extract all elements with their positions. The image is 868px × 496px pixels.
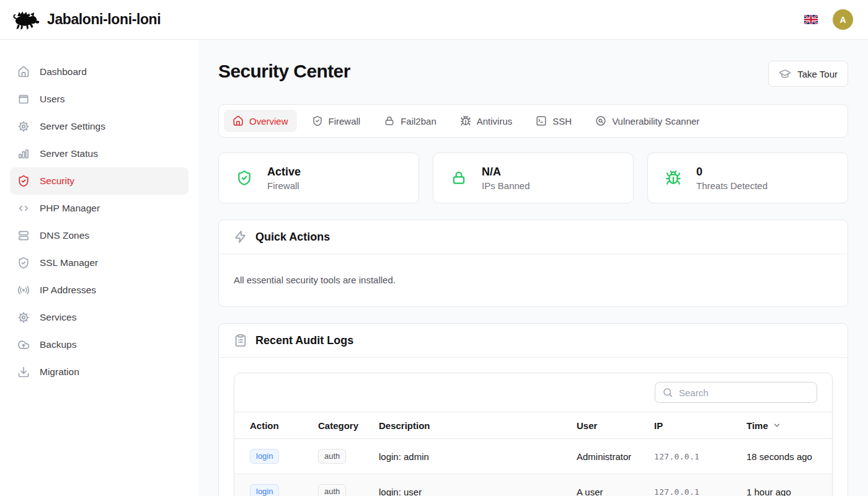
cell-description: login: user <box>379 487 577 496</box>
uk-flag-icon[interactable] <box>804 15 818 24</box>
users-drawer-icon <box>17 93 30 105</box>
tab-overview[interactable]: Overview <box>224 110 297 132</box>
audit-logs-panel: Recent Audit Logs Action Category Descri… <box>218 323 848 496</box>
search-box <box>655 382 817 403</box>
sidebar-item-label: Security <box>40 175 74 187</box>
top-bar: Jabaloni-loni-loni A <box>0 0 868 40</box>
boar-logo-icon <box>10 9 40 30</box>
sidebar: Dashboard Users Server Settings Server S… <box>0 40 198 496</box>
category-badge: auth <box>318 449 346 464</box>
tab-ssh[interactable]: SSH <box>527 110 580 132</box>
quick-actions-message: All essential security tools are install… <box>234 269 833 291</box>
terminal-icon <box>536 115 547 126</box>
sidebar-item-migration[interactable]: Migration <box>10 358 188 386</box>
table-header-row: Action Category Description User IP Time <box>234 412 832 439</box>
shield-check-icon <box>17 257 30 269</box>
lightning-icon <box>234 230 247 244</box>
lock-icon <box>384 115 395 126</box>
bug-icon <box>460 115 471 126</box>
sidebar-item-server-settings[interactable]: Server Settings <box>10 113 188 140</box>
tab-antivirus[interactable]: Antivirus <box>451 110 521 132</box>
cell-time: 1 hour ago <box>746 487 817 496</box>
tab-fail2ban[interactable]: Fail2ban <box>375 110 445 132</box>
tab-label: Firewall <box>329 116 361 126</box>
sidebar-item-server-status[interactable]: Server Status <box>10 140 188 167</box>
download-icon <box>17 366 30 378</box>
sidebar-item-label: Backups <box>40 339 76 350</box>
action-badge: login <box>250 449 279 464</box>
time-label: Time <box>746 420 768 431</box>
threats-detected-card: 0 Threats Detected <box>647 153 848 203</box>
column-header-time[interactable]: Time <box>746 420 817 431</box>
sidebar-item-label: SSL Manager <box>40 257 98 268</box>
shield-check-icon <box>236 170 252 186</box>
cell-ip: 127.0.0.1 <box>654 487 746 496</box>
sidebar-item-security[interactable]: Security <box>10 167 188 195</box>
stat-label: IPs Banned <box>482 180 530 191</box>
stat-value: Active <box>267 166 301 179</box>
user-avatar[interactable]: A <box>833 9 853 30</box>
sidebar-item-backups[interactable]: Backups <box>10 331 188 358</box>
audit-logs-title: Recent Audit Logs <box>255 334 353 347</box>
stat-value: N/A <box>482 166 530 179</box>
sidebar-item-ip-addresses[interactable]: IP Addresses <box>10 277 188 304</box>
stat-label: Threats Detected <box>696 180 768 191</box>
quick-actions-panel: Quick Actions All essential security too… <box>218 219 848 307</box>
column-header-description: Description <box>379 420 577 431</box>
page-title: Security Center <box>218 61 350 82</box>
action-badge: login <box>250 484 279 496</box>
take-tour-label: Take Tour <box>797 69 838 79</box>
take-tour-button[interactable]: Take Tour <box>768 61 848 87</box>
bar-chart-icon <box>17 148 30 160</box>
tab-label: SSH <box>552 116 572 126</box>
audit-table: Action Category Description User IP Time… <box>234 373 833 496</box>
tab-firewall[interactable]: Firewall <box>303 110 370 132</box>
graduation-cap-icon <box>779 68 791 80</box>
server-stack-icon <box>17 229 30 242</box>
sidebar-item-label: DNS Zones <box>40 230 89 241</box>
clipboard-icon <box>234 334 247 347</box>
sidebar-item-label: PHP Manager <box>40 203 100 214</box>
lock-icon <box>451 170 467 186</box>
firewall-status-card: Active Firewall <box>218 153 419 203</box>
sidebar-item-label: Users <box>40 94 64 105</box>
column-header-ip: IP <box>654 420 746 431</box>
shield-check-icon <box>17 175 30 187</box>
gear-icon <box>17 311 30 324</box>
sidebar-item-services[interactable]: Services <box>10 304 188 331</box>
cloud-upload-icon <box>17 339 30 351</box>
sidebar-item-label: IP Addresses <box>40 285 96 296</box>
quick-actions-title: Quick Actions <box>255 231 330 244</box>
ips-banned-card: N/A IPs Banned <box>433 153 634 203</box>
table-row: login auth login: user A user 127.0.0.1 … <box>234 474 832 496</box>
home-icon <box>17 66 30 78</box>
chevron-down-icon <box>773 421 781 430</box>
sidebar-item-label: Server Settings <box>40 121 105 132</box>
sidebar-item-dns-zones[interactable]: DNS Zones <box>10 222 188 249</box>
category-badge: auth <box>318 484 346 496</box>
sidebar-item-ssl-manager[interactable]: SSL Manager <box>10 249 188 277</box>
sidebar-item-label: Dashboard <box>40 66 87 78</box>
sidebar-item-users[interactable]: Users <box>10 86 188 113</box>
security-tabs: Overview Firewall Fail2ban Antivirus SSH… <box>218 104 848 138</box>
main-content: Security Center Take Tour Overview Firew… <box>198 40 868 496</box>
cell-description: login: admin <box>379 451 577 462</box>
sidebar-item-dashboard[interactable]: Dashboard <box>10 58 188 86</box>
tab-label: Vulnerability Scanner <box>612 116 699 126</box>
tab-label: Fail2ban <box>401 116 436 126</box>
brand[interactable]: Jabaloni-loni-loni <box>10 9 161 30</box>
column-header-action: Action <box>250 420 318 431</box>
shield-check-icon <box>312 115 323 126</box>
search-input[interactable] <box>655 382 817 403</box>
gear-icon <box>17 120 30 133</box>
bug-icon <box>665 170 681 186</box>
tab-vulnerability-scanner[interactable]: Vulnerability Scanner <box>587 110 708 132</box>
sidebar-item-label: Services <box>40 312 76 323</box>
sidebar-item-label: Server Status <box>40 148 98 159</box>
scan-search-icon <box>595 115 606 126</box>
sidebar-item-php-manager[interactable]: PHP Manager <box>10 195 188 222</box>
radio-waves-icon <box>17 284 30 296</box>
sidebar-item-label: Migration <box>40 366 79 378</box>
cell-ip: 127.0.0.1 <box>654 452 746 461</box>
column-header-user: User <box>577 420 654 431</box>
